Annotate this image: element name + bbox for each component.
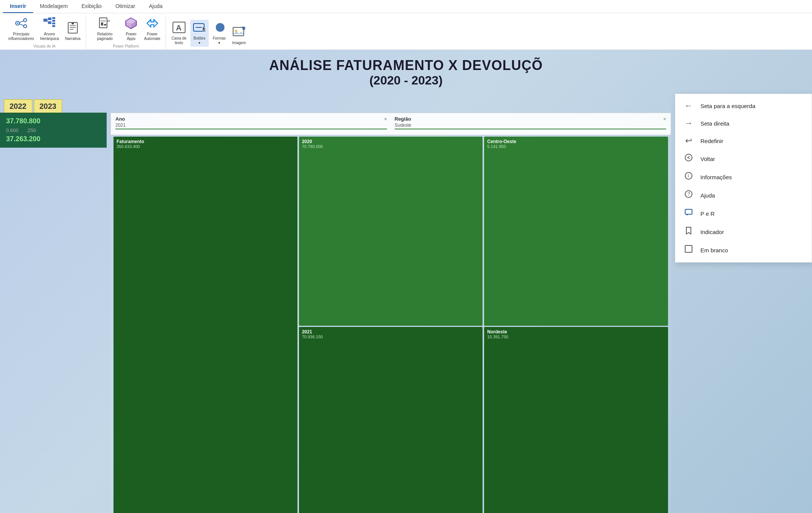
- btn-principais-influenciadores[interactable]: Principaisinfluenciadores: [6, 16, 36, 43]
- btn-caixa-texto[interactable]: A Caixa detexto: [169, 20, 189, 47]
- indicador-icon: [683, 226, 694, 237]
- tab-otimizar[interactable]: Otimizar: [109, 0, 142, 13]
- formas-label: Formas▾: [213, 36, 226, 45]
- group-visuais-ia: Principaisinfluenciadores: [3, 16, 86, 49]
- btn-power-apps[interactable]: PowerApps: [122, 16, 140, 43]
- svg-rect-7: [48, 18, 51, 20]
- year-btn-2023[interactable]: 2023: [34, 99, 62, 113]
- btn-narrativa[interactable]: Narrativa: [63, 20, 83, 43]
- dropdown-item-per[interactable]: P e R: [675, 204, 812, 223]
- voltar-icon: [683, 153, 694, 164]
- svg-rect-22: [101, 22, 103, 25]
- svg-line-14: [47, 20, 48, 22]
- per-icon: [683, 208, 694, 219]
- tab-ajuda[interactable]: Ajuda: [142, 0, 169, 13]
- tree-item-faturamento[interactable]: Faturamento 350.633.400: [113, 137, 297, 513]
- tab-exibicao[interactable]: Exibição: [75, 0, 109, 13]
- botoes-icon: [193, 21, 206, 35]
- dropdown-label-informacoes: Informações: [700, 174, 732, 180]
- tree-item-2020[interactable]: 2020 70.790.000: [299, 137, 483, 326]
- formas-icon: [213, 21, 226, 35]
- tree-faturamento-value: 350.633.400: [117, 144, 294, 149]
- svg-rect-6: [43, 19, 47, 22]
- dropdown-label-redefinir: Redefinir: [700, 138, 723, 144]
- dropdown-item-voltar[interactable]: Voltar: [675, 150, 812, 168]
- caixa-texto-label: Caixa detexto: [171, 36, 186, 45]
- left-arrow-icon: ←: [683, 101, 694, 111]
- slicer-ano-label: Ano ×: [115, 116, 387, 122]
- dropdown-item-seta-esquerda[interactable]: ← Seta para a esquerda: [675, 97, 812, 115]
- dropdown-item-redefinir[interactable]: ↩ Redefinir: [675, 132, 812, 150]
- svg-text:i: i: [688, 173, 689, 178]
- dropdown-item-seta-direita[interactable]: → Seta direita: [675, 115, 812, 132]
- year-buttons: 2022 2023: [4, 99, 62, 113]
- svg-point-34: [685, 154, 692, 161]
- tree-item-2021[interactable]: 2021 70.936.150: [299, 327, 483, 513]
- power-automate-icon: [145, 17, 159, 31]
- tree-2021-label: 2021: [302, 329, 480, 335]
- btn-formas[interactable]: Formas▾: [210, 20, 229, 47]
- slicer-ano[interactable]: Ano × 2021: [115, 116, 387, 129]
- narrativa-icon: [67, 22, 79, 36]
- power-automate-label: PowerAutomate: [144, 32, 160, 41]
- tree-col-mid: 2020 70.790.000 2021 70.936.150: [299, 137, 483, 513]
- informacoes-icon: i: [683, 172, 694, 182]
- tree-col-right: Centro-Oeste 5.141.950 Nordeste 15.391.7…: [484, 137, 668, 513]
- tree-centro-oeste-value: 5.141.950: [487, 144, 665, 149]
- group-power-platform-label: Power Platform: [113, 44, 139, 49]
- dropdown-label-em-branco: Em branco: [700, 247, 728, 253]
- redefinir-icon: ↩: [683, 136, 694, 146]
- relatorio-paginado-label: Relatório paginado: [91, 32, 118, 41]
- slicer-regiao-close[interactable]: ×: [663, 116, 666, 122]
- dropdown-label-indicador: Indicador: [700, 229, 724, 235]
- group-power-platform-items: Relatório paginado PowerApps: [89, 16, 163, 43]
- year-btn-2022[interactable]: 2022: [4, 99, 32, 113]
- svg-rect-8: [48, 21, 51, 24]
- svg-rect-9: [52, 17, 55, 19]
- tree-2020-label: 2020: [302, 139, 480, 144]
- svg-rect-39: [685, 209, 692, 214]
- btn-arvore-hierarquica[interactable]: Árvorehierárquica: [38, 16, 61, 43]
- dropdown-item-ajuda[interactable]: ? Ajuda: [675, 186, 812, 204]
- svg-rect-12: [52, 25, 55, 27]
- btn-power-automate[interactable]: PowerAutomate: [142, 16, 163, 43]
- caixa-texto-icon: A: [172, 21, 186, 35]
- svg-text:?: ?: [687, 191, 690, 197]
- slicer-ano-close[interactable]: ×: [384, 116, 387, 122]
- tab-modelagem[interactable]: Modelagem: [33, 0, 75, 13]
- btn-imagem[interactable]: Imagem: [230, 24, 248, 47]
- btn-relatorio-paginado[interactable]: Relatório paginado: [89, 16, 120, 43]
- tree-item-centro-oeste[interactable]: Centro-Oeste 5.141.950: [484, 137, 668, 326]
- slicer-regiao-label: Região ×: [395, 116, 666, 122]
- tree-nordeste-label: Nordeste: [487, 329, 665, 335]
- svg-point-5: [17, 22, 18, 24]
- arvore-hierarquica-icon: [43, 17, 56, 31]
- slicer-regiao[interactable]: Região × Sudeste: [395, 116, 666, 129]
- slicer-row: Ano × 2021 Região × Sudeste: [115, 116, 666, 129]
- dropdown-item-em-branco[interactable]: Em branco ↑: [675, 241, 812, 259]
- group-visuais-ia-label: Visuais de IA: [34, 44, 56, 49]
- dropdown-item-indicador[interactable]: Indicador: [675, 223, 812, 241]
- dropdown-label-per: P e R: [700, 210, 714, 217]
- svg-line-4: [19, 24, 24, 25]
- svg-point-1: [24, 19, 27, 22]
- ajuda-icon: ?: [683, 190, 694, 201]
- tab-inserir[interactable]: Inserir: [3, 0, 33, 13]
- svg-rect-31: [233, 27, 244, 36]
- tree-centro-oeste-label: Centro-Oeste: [487, 139, 665, 144]
- power-apps-label: PowerApps: [126, 32, 136, 41]
- metric-4: 37.263.200: [3, 134, 104, 145]
- metric-3: .250: [23, 127, 39, 134]
- btn-botoes[interactable]: Botões▾: [190, 20, 209, 47]
- dash-title-line2: (2020 - 2023): [0, 73, 812, 88]
- svg-rect-11: [52, 22, 55, 24]
- dropdown-item-informacoes[interactable]: i Informações: [675, 168, 812, 186]
- ribbon: Inserir Modelagem Exibição Otimizar Ajud…: [0, 0, 812, 50]
- svg-rect-24: [107, 20, 110, 22]
- svg-text:A: A: [176, 24, 181, 32]
- tree-item-nordeste[interactable]: Nordeste 15.391.750: [484, 327, 668, 513]
- arvore-hierarquica-label: Árvorehierárquica: [40, 32, 59, 41]
- metric-1: 37.780.800: [3, 116, 104, 127]
- group-power-platform: Relatório paginado PowerApps: [86, 16, 166, 49]
- principais-influenciadores-icon: [14, 17, 28, 31]
